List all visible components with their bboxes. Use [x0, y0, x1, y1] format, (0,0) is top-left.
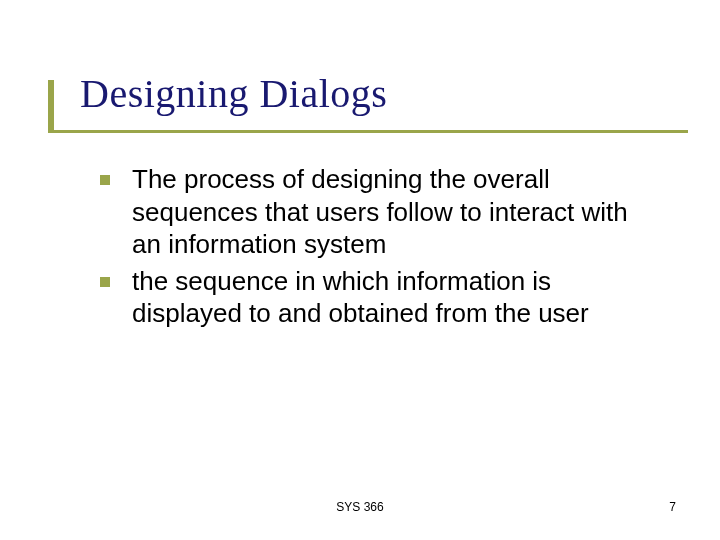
- slide: Designing Dialogs The process of designi…: [0, 0, 720, 540]
- footer-course-code: SYS 366: [0, 500, 720, 514]
- content-area: The process of designing the overall seq…: [100, 163, 660, 330]
- square-bullet-icon: [100, 175, 110, 185]
- bullet-text: the sequence in which information is dis…: [132, 265, 660, 330]
- square-bullet-icon: [100, 277, 110, 287]
- title-accent-bar: [48, 80, 54, 132]
- title-underline: [48, 130, 688, 133]
- title-area: Designing Dialogs: [80, 70, 680, 127]
- list-item: The process of designing the overall seq…: [100, 163, 660, 261]
- list-item: the sequence in which information is dis…: [100, 265, 660, 330]
- page-number: 7: [669, 500, 676, 514]
- slide-title: Designing Dialogs: [80, 70, 680, 127]
- bullet-text: The process of designing the overall seq…: [132, 163, 660, 261]
